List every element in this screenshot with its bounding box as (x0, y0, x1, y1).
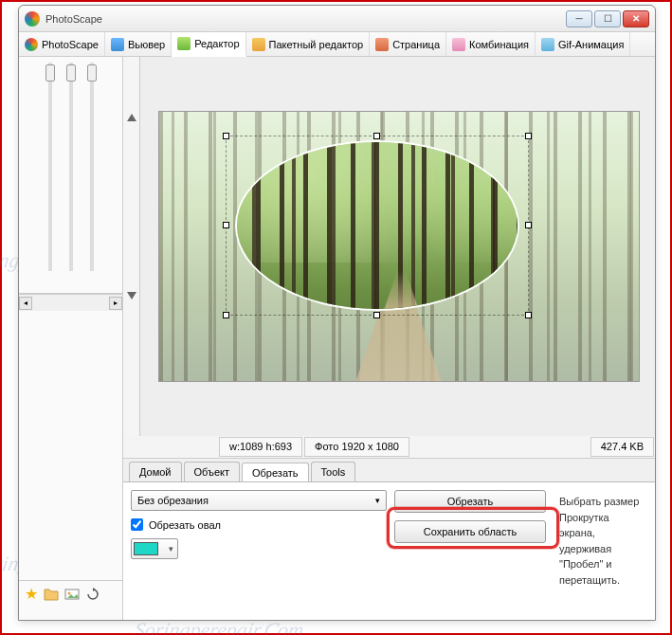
tab-photoscape[interactable]: PhotoScape (19, 32, 105, 56)
slider-thumb[interactable] (66, 64, 76, 82)
editor-tabs: Домой Объект Обрезать Tools (123, 459, 655, 481)
left-sidebar: ◂ ▸ ★ (19, 57, 123, 620)
folder-icon[interactable] (44, 587, 59, 602)
dropdown-value: Без обрезания (137, 495, 209, 506)
scroll-left-icon[interactable]: ◂ (19, 297, 32, 310)
tab-label: Редактор (194, 38, 239, 49)
scroll-right-icon[interactable]: ▸ (109, 297, 122, 310)
titlebar[interactable]: PhotoScape ─ ☐ ✕ (19, 6, 655, 32)
rotate-icon[interactable] (85, 587, 100, 602)
crop-rectangle[interactable] (226, 136, 529, 316)
crop-oval-checkbox[interactable] (131, 518, 143, 531)
crop-handle[interactable] (223, 133, 229, 139)
favorite-icon[interactable]: ★ (25, 587, 38, 602)
tab-batch[interactable]: Пакетный редактор (246, 32, 371, 56)
photo-icon[interactable] (64, 587, 80, 602)
app-window: PhotoScape ─ ☐ ✕ PhotoScape Вьювер Редак… (18, 5, 656, 621)
crop-handle[interactable] (373, 133, 380, 139)
ruler-marker-down-icon[interactable] (127, 292, 136, 299)
crop-handle[interactable] (223, 222, 229, 228)
tab-label: Комбинация (469, 39, 529, 50)
window-title: PhotoScape (45, 13, 566, 25)
crop-button[interactable]: Обрезать (394, 490, 546, 513)
tab-editor[interactable]: Редактор (172, 32, 245, 57)
vertical-ruler (123, 57, 140, 436)
crop-handle[interactable] (525, 222, 532, 228)
image-canvas[interactable] (158, 111, 640, 382)
crop-handle[interactable] (223, 312, 229, 318)
slider-thumb[interactable] (45, 64, 55, 82)
info-bar: w:1089 h:693 Фото 1920 x 1080 427.4 KB (123, 436, 655, 459)
tab-gif-animation[interactable]: Gif-Анимация (536, 32, 630, 56)
minimize-button[interactable]: ─ (566, 10, 592, 27)
tab-crop[interactable]: Обрезать (242, 463, 309, 482)
crop-size-label: w:1089 h:693 (219, 437, 302, 457)
tab-combination[interactable]: Комбинация (446, 32, 536, 56)
crop-oval-label: Обрезать овал (149, 519, 221, 531)
tab-label: Вьювер (128, 39, 165, 50)
vertical-slider[interactable] (90, 63, 94, 271)
tab-label: Страница (392, 39, 440, 50)
color-swatch-dropdown[interactable] (131, 538, 178, 559)
photoscape-icon (25, 38, 38, 51)
tab-tools[interactable]: Tools (311, 462, 356, 481)
canvas-area[interactable] (123, 57, 655, 436)
maximize-button[interactable]: ☐ (594, 10, 621, 27)
gif-icon (541, 38, 554, 51)
color-swatch (134, 542, 158, 555)
photo-size-label: Фото 1920 x 1080 (304, 437, 409, 457)
crop-mode-dropdown[interactable]: Без обрезания (131, 490, 387, 511)
mini-scrollbar[interactable]: ◂ ▸ (19, 294, 122, 311)
save-region-button[interactable]: Сохранить область (394, 520, 546, 543)
slider-thumb[interactable] (87, 64, 97, 82)
main-toolbar: PhotoScape Вьювер Редактор Пакетный реда… (19, 32, 655, 57)
help-line: Выбрать размер (559, 494, 642, 510)
crop-handle[interactable] (525, 133, 532, 139)
sliders-panel (19, 57, 122, 294)
help-line: "Пробел" и перетащить. (559, 556, 642, 588)
vertical-slider[interactable] (48, 63, 52, 271)
file-size-label: 427.4 KB (590, 437, 654, 457)
tab-object[interactable]: Объект (184, 462, 240, 481)
svg-point-1 (68, 591, 71, 594)
crop-panel: Без обрезания Обрезать овал Обрезать Сох… (123, 481, 655, 620)
tab-home[interactable]: Домой (129, 462, 182, 481)
ruler-marker-up-icon[interactable] (127, 114, 136, 121)
close-button[interactable]: ✕ (623, 10, 649, 27)
tab-page[interactable]: Страница (370, 32, 446, 56)
help-line: Прокрутка экрана, удерживая (559, 510, 642, 557)
tab-label: Gif-Анимация (558, 39, 624, 50)
crop-handle[interactable] (525, 312, 532, 318)
tab-viewer[interactable]: Вьювер (105, 32, 172, 56)
combination-icon (452, 38, 465, 51)
help-text: Выбрать размер Прокрутка экрана, удержив… (554, 490, 647, 612)
tray-toolbar: ★ (19, 580, 122, 607)
tab-label: Пакетный редактор (269, 39, 364, 50)
app-icon (25, 11, 40, 27)
page-icon (375, 38, 389, 51)
batch-icon (252, 38, 265, 51)
vertical-slider[interactable] (69, 63, 73, 271)
editor-icon (177, 37, 191, 50)
tab-label: PhotoScape (42, 39, 99, 50)
crop-handle[interactable] (373, 312, 380, 318)
viewer-icon (111, 38, 124, 51)
